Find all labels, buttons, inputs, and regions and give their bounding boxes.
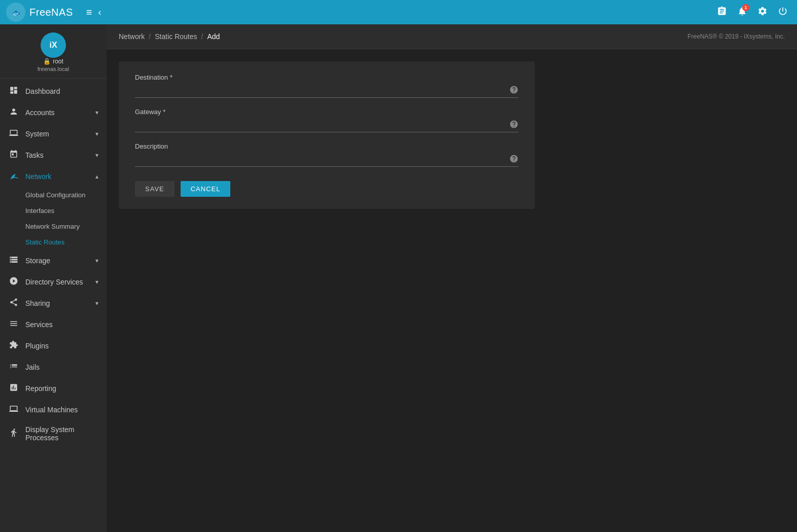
back-icon[interactable]: ‹ xyxy=(95,4,104,21)
description-input[interactable] xyxy=(135,152,518,167)
sidebar-nav: Dashboard Accounts ▾ System ▾ xyxy=(0,79,107,532)
sidebar-item-static-routes[interactable]: Static Routes xyxy=(0,234,107,250)
sidebar-item-label: Directory Services xyxy=(25,278,89,286)
sidebar-item-network-summary[interactable]: Network Summary xyxy=(0,219,107,234)
sidebar-item-plugins[interactable]: Plugins xyxy=(0,335,107,357)
form-card: Destination * Gateway * xyxy=(119,61,535,209)
jails-icon xyxy=(8,362,19,373)
clipboard-icon[interactable] xyxy=(714,3,730,22)
sidebar-item-label: Services xyxy=(25,321,98,329)
description-help-icon[interactable] xyxy=(509,154,518,165)
sidebar-item-label: Display System Processes xyxy=(25,425,98,442)
chevron-down-icon: ▾ xyxy=(95,152,98,159)
reporting-icon xyxy=(8,383,19,394)
sidebar-item-label: Network xyxy=(25,172,89,181)
power-icon[interactable] xyxy=(775,3,791,22)
notification-badge: 1 xyxy=(742,4,749,11)
destination-required: * xyxy=(170,74,172,81)
sidebar-item-accounts[interactable]: Accounts ▾ xyxy=(0,102,107,123)
sidebar-item-sharing[interactable]: Sharing ▾ xyxy=(0,293,107,314)
sidebar-item-label: Virtual Machines xyxy=(25,406,98,414)
display-system-icon xyxy=(8,428,19,439)
accounts-icon xyxy=(8,107,19,118)
destination-help-icon[interactable] xyxy=(509,85,518,96)
hamburger-icon[interactable]: ≡ xyxy=(83,4,95,21)
sidebar-item-label: Accounts xyxy=(25,109,89,117)
topbar: 🐟 FreeNAS ≡ ‹ 1 xyxy=(0,0,797,24)
sidebar-item-dashboard[interactable]: Dashboard xyxy=(0,81,107,102)
destination-field: Destination * xyxy=(135,74,518,98)
destination-label: Destination * xyxy=(135,74,518,81)
sidebar-item-interfaces[interactable]: Interfaces xyxy=(0,203,107,219)
sidebar-item-label: Reporting xyxy=(25,384,98,393)
sidebar-item-storage[interactable]: Storage ▾ xyxy=(0,250,107,271)
sidebar-user: iX 🔒 root freenas.local xyxy=(0,24,107,79)
breadcrumb-sep-1: / xyxy=(149,32,151,41)
settings-icon[interactable] xyxy=(754,3,771,22)
breadcrumb-bar: Network / Static Routes / Add FreeNAS® ©… xyxy=(107,24,797,49)
form-container: Destination * Gateway * xyxy=(107,49,797,532)
chevron-down-icon: ▾ xyxy=(95,130,98,137)
sidebar: iX 🔒 root freenas.local Dashboard Accoun… xyxy=(0,24,107,532)
avatar: iX xyxy=(41,32,66,58)
plugins-icon xyxy=(8,340,19,351)
breadcrumb-sep-2: / xyxy=(201,32,203,41)
topbar-icons: 1 xyxy=(714,3,791,22)
breadcrumb-static-routes[interactable]: Static Routes xyxy=(155,32,197,41)
sidebar-item-display-system[interactable]: Display System Processes xyxy=(0,420,107,447)
description-label: Description xyxy=(135,143,518,150)
services-icon xyxy=(8,319,19,330)
system-icon xyxy=(8,128,19,139)
sidebar-item-system[interactable]: System ▾ xyxy=(0,123,107,145)
sidebar-item-label: Jails xyxy=(25,363,98,371)
breadcrumb-network[interactable]: Network xyxy=(119,32,145,41)
sidebar-item-tasks[interactable]: Tasks ▾ xyxy=(0,145,107,166)
sidebar-item-label: Plugins xyxy=(25,342,98,350)
logo-text: FreeNAS xyxy=(29,7,73,18)
gateway-required: * xyxy=(163,108,165,116)
logo: 🐟 FreeNAS xyxy=(6,3,73,22)
directory-services-icon xyxy=(8,276,19,288)
network-icon xyxy=(8,171,19,182)
sidebar-item-network[interactable]: Network ▴ xyxy=(0,166,107,187)
gateway-input[interactable] xyxy=(135,118,518,132)
sidebar-item-global-config[interactable]: Global Configuration xyxy=(0,187,107,203)
copyright-text: FreeNAS® © 2019 - iXsystems, Inc. xyxy=(687,33,785,40)
chevron-down-icon: ▾ xyxy=(95,300,98,307)
dashboard-icon xyxy=(8,86,19,97)
sidebar-item-label: Tasks xyxy=(25,151,89,159)
breadcrumb: Network / Static Routes / Add xyxy=(119,32,220,41)
sidebar-item-services[interactable]: Services xyxy=(0,314,107,335)
vm-icon xyxy=(8,404,19,415)
gateway-field: Gateway * xyxy=(135,108,518,132)
sidebar-item-label: Dashboard xyxy=(25,87,98,95)
gateway-label: Gateway * xyxy=(135,108,518,116)
sidebar-item-jails[interactable]: Jails xyxy=(0,357,107,378)
chevron-down-icon: ▾ xyxy=(95,278,98,286)
content-area: Network / Static Routes / Add FreeNAS® ©… xyxy=(107,24,797,532)
sidebar-item-label: Sharing xyxy=(25,299,89,307)
chevron-down-icon: ▾ xyxy=(95,257,98,264)
destination-input[interactable] xyxy=(135,83,518,98)
tasks-icon xyxy=(8,150,19,161)
sharing-icon xyxy=(8,298,19,309)
sidebar-item-virtual-machines[interactable]: Virtual Machines xyxy=(0,399,107,420)
user-name: 🔒 root xyxy=(43,58,63,65)
lock-icon: 🔒 xyxy=(43,58,51,65)
chevron-down-icon: ▾ xyxy=(95,109,98,116)
user-hostname: freenas.local xyxy=(38,66,69,72)
storage-icon xyxy=(8,255,19,266)
sidebar-item-label: Storage xyxy=(25,257,89,265)
cancel-button[interactable]: CANCEL xyxy=(181,181,231,197)
notification-icon[interactable]: 1 xyxy=(734,3,750,22)
breadcrumb-add: Add xyxy=(207,32,220,41)
sidebar-item-directory-services[interactable]: Directory Services ▾ xyxy=(0,271,107,293)
description-field: Description xyxy=(135,143,518,167)
sidebar-item-label: System xyxy=(25,130,89,138)
chevron-up-icon: ▴ xyxy=(95,173,98,180)
form-actions: SAVE CANCEL xyxy=(135,181,518,197)
svg-text:🐟: 🐟 xyxy=(12,9,21,17)
sidebar-item-reporting[interactable]: Reporting xyxy=(0,378,107,399)
gateway-help-icon[interactable] xyxy=(509,120,518,131)
save-button[interactable]: SAVE xyxy=(135,181,175,197)
